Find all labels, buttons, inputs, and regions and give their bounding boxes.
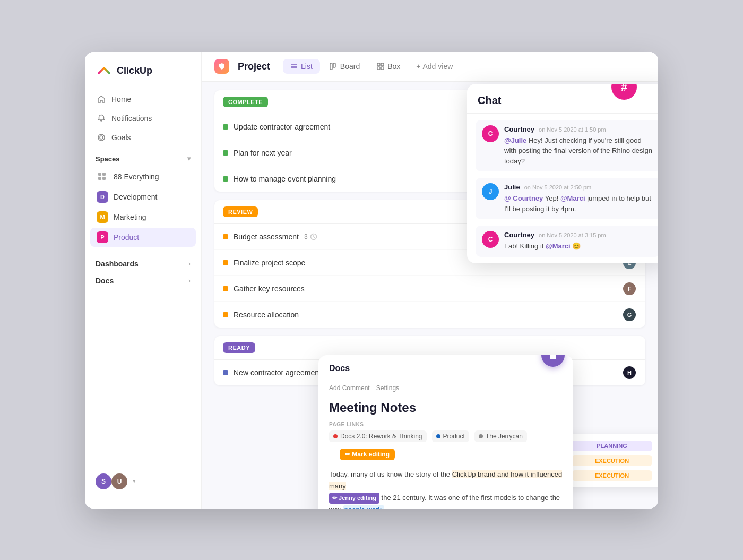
everything-grid-icon bbox=[97, 171, 108, 183]
docs-actions: Add Comment Settings bbox=[318, 380, 573, 396]
nav-home-label: Home bbox=[111, 95, 131, 104]
task-dot-orange bbox=[223, 312, 228, 317]
docs-page-links: Docs 2.0: Rework & Thinking Product The … bbox=[318, 430, 573, 449]
task-dot-orange bbox=[223, 286, 228, 291]
chat-panel: # Chat C Courtney on Nov 5 2020 at 1:50 … bbox=[467, 84, 658, 263]
chat-avatar-courtney: C bbox=[482, 125, 499, 142]
dashboards-item[interactable]: Dashboards › bbox=[85, 255, 201, 272]
space-development-badge: D bbox=[97, 191, 108, 203]
svg-rect-3 bbox=[98, 173, 101, 176]
status-badge-complete: COMPLETE bbox=[223, 97, 268, 107]
space-product-badge: P bbox=[97, 231, 108, 243]
task-dot-blue bbox=[223, 370, 228, 375]
svg-rect-11 bbox=[333, 63, 335, 67]
docs-link-1[interactable]: Docs 2.0: Rework & Thinking bbox=[329, 430, 427, 442]
nav-goals[interactable]: Goals bbox=[90, 128, 196, 147]
docs-main-title: Meeting Notes bbox=[318, 396, 573, 421]
chat-author: Courtney bbox=[504, 231, 534, 239]
mark-editing-area: ✏ Mark editing bbox=[318, 449, 573, 469]
docs-floating-icon[interactable] bbox=[541, 355, 565, 367]
mark-editing-toolbar[interactable]: ✏ Mark editing bbox=[340, 449, 395, 460]
chat-message-3: C Courtney on Nov 5 2020 at 3:15 pm Fab!… bbox=[476, 226, 658, 257]
spaces-chevron-icon[interactable]: ▾ bbox=[187, 155, 191, 162]
docs-link-2[interactable]: Product bbox=[432, 430, 469, 442]
space-marketing[interactable]: M Marketing bbox=[90, 208, 196, 227]
flag-icon-3: ⚑ bbox=[656, 472, 658, 479]
task-item[interactable]: Resource allocation G bbox=[214, 302, 645, 328]
svg-rect-5 bbox=[98, 177, 101, 180]
sidebar: ClickUp Home Notifications bbox=[85, 52, 202, 509]
view-tabs: List Board Box bbox=[283, 59, 459, 74]
task-item[interactable]: Gather key resources F bbox=[214, 276, 645, 302]
extra-sections: Dashboards › Docs › bbox=[85, 255, 201, 289]
docs-body: Today, many of us know the story of the … bbox=[318, 469, 573, 508]
dashboards-chevron-icon: › bbox=[188, 260, 191, 268]
assignee-avatar: G bbox=[622, 307, 637, 322]
svg-rect-13 bbox=[381, 63, 384, 66]
logo: ClickUp bbox=[85, 63, 201, 90]
chat-author: Julie bbox=[504, 183, 520, 191]
settings-action[interactable]: Settings bbox=[376, 384, 399, 392]
svg-rect-14 bbox=[377, 67, 380, 70]
svg-rect-6 bbox=[102, 177, 106, 180]
space-product[interactable]: P Product bbox=[90, 228, 196, 247]
goal-icon bbox=[97, 133, 106, 142]
space-everything-label: 88 Everything bbox=[114, 173, 159, 181]
task-count: 3 bbox=[304, 233, 317, 240]
chat-author: Courtney bbox=[504, 125, 534, 133]
task-dot-green bbox=[223, 176, 228, 182]
svg-point-2 bbox=[100, 136, 103, 139]
chat-text: Fab! Killing it @Marci 😊 bbox=[504, 241, 654, 252]
highlight-blue: people work. bbox=[343, 505, 385, 508]
chat-message-1: C Courtney on Nov 5 2020 at 1:50 pm @Jul… bbox=[476, 120, 658, 172]
space-development[interactable]: D Development bbox=[90, 187, 196, 206]
docs-link-dot-3 bbox=[479, 434, 483, 438]
svg-rect-12 bbox=[377, 63, 380, 66]
nav-notifications-label: Notifications bbox=[111, 114, 152, 123]
assignee-avatar: H bbox=[622, 365, 637, 380]
add-comment-action[interactable]: Add Comment bbox=[329, 384, 370, 392]
tab-box[interactable]: Box bbox=[369, 59, 408, 74]
task-dot-green bbox=[223, 124, 228, 130]
space-marketing-label: Marketing bbox=[114, 213, 146, 221]
docs-link-dot-1 bbox=[333, 434, 338, 438]
planning-row-2: 📅 EXECUTION ⚑ bbox=[558, 455, 658, 466]
nav-goals-label: Goals bbox=[111, 133, 131, 142]
nav-list: Home Notifications Goals bbox=[85, 90, 201, 147]
docs-header: Docs bbox=[318, 355, 573, 380]
tab-board[interactable]: Board bbox=[322, 59, 367, 74]
svg-rect-10 bbox=[330, 63, 332, 70]
project-icon bbox=[214, 59, 229, 74]
status-badge-ready: READY bbox=[223, 342, 255, 353]
chat-message-2: J Julie on Nov 5 2020 at 2:50 pm @ Court… bbox=[476, 178, 658, 219]
planning-row-3: 📅 EXECUTION ⚑ bbox=[558, 470, 658, 481]
docs-item[interactable]: Docs › bbox=[85, 272, 201, 289]
nav-home[interactable]: Home bbox=[90, 90, 196, 108]
docs-link-3[interactable]: The Jerrycan bbox=[474, 430, 527, 442]
add-view-button[interactable]: + Add view bbox=[410, 59, 459, 74]
docs-chevron-icon: › bbox=[188, 277, 191, 285]
docs-title: Docs bbox=[329, 364, 350, 373]
main-content: Project List Board bbox=[202, 52, 658, 509]
user-avatar-photo: U bbox=[111, 473, 127, 489]
chat-time: on Nov 5 2020 at 1:50 pm bbox=[539, 126, 606, 133]
user-area[interactable]: S U ▾ bbox=[85, 465, 201, 498]
space-everything[interactable]: 88 Everything bbox=[90, 167, 196, 186]
bell-icon bbox=[97, 114, 106, 123]
status-badge-review: REVIEW bbox=[223, 206, 258, 217]
assignee-avatar: F bbox=[622, 281, 637, 296]
task-dot-orange bbox=[223, 260, 228, 265]
spaces-section-header: Spaces ▾ bbox=[85, 147, 201, 167]
tab-list[interactable]: List bbox=[283, 59, 320, 74]
chat-text: @ Courtney Yep! @Marci jumped in to help… bbox=[504, 193, 654, 214]
nav-notifications[interactable]: Notifications bbox=[90, 109, 196, 127]
svg-rect-4 bbox=[102, 173, 106, 176]
space-development-label: Development bbox=[114, 193, 158, 201]
task-dot-green bbox=[223, 150, 228, 156]
main-header: Project List Board bbox=[202, 52, 658, 82]
user-avatar-s: S bbox=[96, 473, 111, 489]
chat-text: @Julie Hey! Just checking if you're stil… bbox=[504, 135, 654, 167]
chat-avatar-julie: J bbox=[482, 183, 499, 200]
chat-messages: C Courtney on Nov 5 2020 at 1:50 pm @Jul… bbox=[467, 114, 658, 263]
app-name: ClickUp bbox=[117, 65, 152, 76]
